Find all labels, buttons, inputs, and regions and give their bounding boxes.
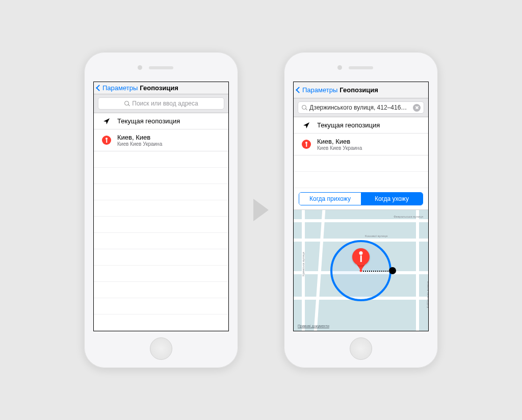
search-value: Дзержинського вулиця, 412–416… — [309, 104, 410, 111]
street-label: Февральська вулиця — [394, 215, 423, 218]
transition-arrow-icon — [253, 199, 269, 221]
row-label: Текущая геопозиция — [117, 117, 180, 125]
nav-back-label: Параметры — [102, 84, 138, 92]
empty-list — [294, 155, 428, 188]
row-saved-location[interactable]: Киев, Киев Киев Киев Украина — [94, 129, 228, 151]
row-current-location[interactable]: Текущая геопозиция — [94, 113, 228, 129]
row-saved-location[interactable]: Киев, Киев Киев Киев Украина — [294, 134, 428, 155]
street-label: Кошової вулиця — [365, 234, 387, 238]
segment-arrive[interactable]: Когда прихожу — [299, 193, 361, 205]
search-bar: Поиск или ввод адреса — [94, 94, 228, 113]
row-sublabel: Киев Киев Украина — [317, 145, 362, 151]
map-pin-icon — [352, 248, 370, 271]
radius-handle[interactable] — [389, 267, 396, 274]
search-placeholder: Поиск или ввод адреса — [132, 100, 198, 107]
row-label: Киев, Киев — [317, 138, 362, 145]
map-view[interactable]: Февральська вулиця Кошової вулиця Кримсь… — [294, 209, 428, 331]
radius-line — [361, 271, 393, 272]
phone-mockup-left: Параметры Геопозиция Поиск или ввод адре… — [84, 52, 238, 368]
nav-bar: Параметры Геопозиция — [94, 82, 228, 94]
screen-left: Параметры Геопозиция Поиск или ввод адре… — [93, 82, 229, 331]
phone-speaker — [349, 66, 373, 69]
phone-camera — [337, 65, 342, 70]
chevron-left-icon — [96, 85, 102, 91]
home-button[interactable] — [150, 337, 172, 360]
screen-right: Параметры Геопозиция Дзержинського вулиц… — [293, 82, 429, 331]
search-input[interactable]: Дзержинського вулиця, 412–416… — [298, 101, 424, 114]
pin-icon — [102, 136, 111, 145]
search-icon — [124, 100, 130, 107]
row-label: Текущая геопозиция — [317, 121, 380, 129]
nav-back-button[interactable]: Параметры — [97, 84, 138, 92]
arrive-leave-segment: Когда прихожу Когда ухожу — [299, 192, 423, 205]
nav-bar: Параметры Геопозиция — [294, 82, 428, 98]
home-button[interactable] — [350, 337, 372, 360]
nav-title: Геопозиция — [340, 86, 378, 94]
search-bar: Дзержинського вулиця, 412–416… — [294, 98, 428, 117]
street-label: Кримська вулиця — [302, 252, 305, 276]
legal-link[interactable]: Правові документи — [298, 324, 329, 328]
phone-camera — [138, 65, 142, 70]
location-arrow-icon — [103, 118, 110, 125]
segment-leave[interactable]: Когда ухожу — [361, 193, 423, 205]
nav-back-button[interactable]: Параметры — [297, 86, 337, 94]
row-current-location[interactable]: Текущая геопозиция — [294, 117, 428, 134]
nav-back-label: Параметры — [302, 86, 337, 94]
row-label: Киев, Киев — [117, 134, 162, 141]
row-sublabel: Киев Киев Украина — [117, 141, 162, 147]
street-label: Куйбишева вулиця — [426, 281, 428, 308]
empty-list — [94, 151, 228, 331]
phone-mockup-right: Параметры Геопозиция Дзержинського вулиц… — [284, 52, 438, 368]
chevron-left-icon — [296, 87, 302, 93]
clear-icon[interactable] — [413, 104, 421, 112]
search-icon — [301, 104, 307, 111]
nav-title: Геопозиция — [140, 84, 178, 92]
location-arrow-icon — [303, 122, 310, 129]
phone-speaker — [149, 66, 173, 69]
pin-icon — [302, 140, 311, 149]
search-input[interactable]: Поиск или ввод адреса — [98, 97, 224, 110]
